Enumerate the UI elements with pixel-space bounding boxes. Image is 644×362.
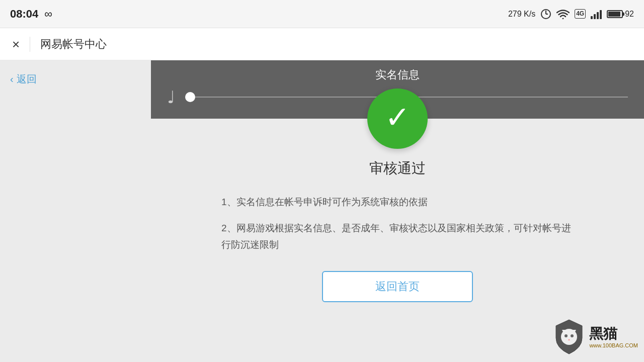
svg-point-8: [571, 334, 574, 337]
return-home-button[interactable]: 返回首页: [322, 271, 473, 302]
music-bar-title: 实名信息: [151, 60, 644, 82]
status-infinity: ∞: [44, 8, 52, 21]
logo-brand: 黑猫: [589, 325, 617, 342]
status-bar: 08:04 ∞ 279 K/s 4G: [0, 0, 644, 28]
svg-point-7: [565, 334, 568, 337]
chevron-left-icon: ‹: [10, 73, 14, 85]
check-circle: ✓: [367, 88, 428, 149]
approved-label: 审核通过: [369, 159, 426, 178]
back-label: 返回: [17, 72, 37, 86]
shield-icon: [553, 319, 585, 355]
status-time: 08:04: [10, 8, 38, 21]
battery-icon: 92: [607, 10, 634, 19]
title-bar: × 网易帐号中心: [0, 28, 644, 60]
title-divider: [30, 37, 30, 52]
music-progress-dot: [185, 92, 195, 102]
watermark-logo: 黑猫 www.100BAG.COM: [503, 312, 644, 362]
network-speed: 279 K/s: [508, 10, 535, 19]
back-button[interactable]: ‹ 返回: [10, 72, 141, 86]
signal-icon: [591, 9, 602, 19]
info-item-2: 2、网易游戏根据实名信息、是否成年、审核状态以及国家相关政策，可针对帐号进行防沉…: [221, 220, 574, 253]
logo-text: 黑猫 www.100BAG.COM: [589, 325, 638, 348]
battery-level: 92: [625, 10, 634, 19]
info-item-1: 1、实名信息在帐号申诉时可作为系统审核的依据: [221, 194, 574, 210]
left-sidebar: ‹ 返回: [0, 60, 151, 362]
main-panel: 实名信息 ♩ ✓ 审核通过 1、实名信息在帐号申诉时可作为系统审核的依据 2、网…: [151, 60, 644, 362]
page-title: 网易帐号中心: [40, 37, 107, 52]
logo-url: www.100BAG.COM: [589, 342, 638, 348]
checkmark-icon: ✓: [385, 103, 410, 133]
success-indicator: ✓: [367, 88, 428, 149]
content-below: 审核通过 1、实名信息在帐号申诉时可作为系统审核的依据 2、网易游戏根据实名信息…: [151, 159, 644, 302]
svg-point-3: [562, 18, 564, 19]
close-button[interactable]: ×: [12, 38, 20, 51]
status-right: 279 K/s 4G 92: [508, 9, 634, 20]
4g-badge: 4G: [575, 9, 586, 19]
info-list: 1、实名信息在帐号申诉时可作为系统审核的依据 2、网易游戏根据实名信息、是否成年…: [221, 194, 574, 253]
content-area: ‹ 返回 实名信息 ♩ ✓ 审核通过 1、实名信息在帐号申诉时可作为系统审核的依…: [0, 60, 644, 362]
clock-icon: [540, 9, 551, 20]
music-note-icon: ♩: [167, 87, 175, 107]
wifi-icon: [556, 9, 570, 19]
status-left: 08:04 ∞: [10, 8, 52, 21]
